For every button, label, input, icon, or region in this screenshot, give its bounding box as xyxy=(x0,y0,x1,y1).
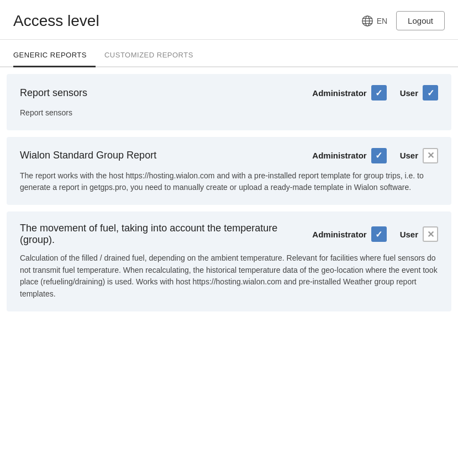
user-access-group: User ✓ xyxy=(400,85,438,101)
logout-button[interactable]: Logout xyxy=(396,11,445,30)
tabs-container: GENERIC REPORTS CUSTOMIZED REPORTS xyxy=(0,44,458,67)
admin-access-group: Administrator ✓ xyxy=(312,226,386,242)
x-icon: ✕ xyxy=(427,229,434,240)
admin-checkbox[interactable]: ✓ xyxy=(371,226,387,242)
admin-checkbox[interactable]: ✓ xyxy=(371,148,387,163)
checkmark-icon: ✓ xyxy=(427,88,434,98)
user-access-group: User ✕ xyxy=(400,148,438,163)
report-description: Calculation of the filled / drained fuel… xyxy=(20,252,438,300)
admin-access-group: Administrator ✓ xyxy=(312,148,386,163)
report-title: Wialon Standard Group Report xyxy=(20,150,312,161)
language-selector[interactable]: EN xyxy=(361,15,387,27)
report-header: Wialon Standard Group Report Administrat… xyxy=(20,148,438,163)
page-header: Access level EN Logout xyxy=(0,0,458,40)
report-description: The report works with the host https://h… xyxy=(20,170,438,194)
report-card-fuel-movement: The movement of fuel, taking into accoun… xyxy=(7,211,451,311)
user-label: User xyxy=(400,230,418,239)
access-controls: Administrator ✓ User ✕ xyxy=(312,148,438,163)
report-card-report-sensors: Report sensors Administrator ✓ User ✓ Re… xyxy=(7,74,451,130)
access-controls: Administrator ✓ User ✓ xyxy=(312,85,438,101)
user-checkbox[interactable]: ✕ xyxy=(423,148,438,163)
report-card-wialon-standard: Wialon Standard Group Report Administrat… xyxy=(7,137,451,205)
checkmark-icon: ✓ xyxy=(375,229,382,240)
user-checkbox[interactable]: ✕ xyxy=(423,226,438,242)
admin-label: Administrator xyxy=(312,230,366,239)
tab-generic-reports[interactable]: GENERIC REPORTS xyxy=(13,44,96,67)
user-label: User xyxy=(400,151,418,160)
header-actions: EN Logout xyxy=(361,11,445,30)
user-access-group: User ✕ xyxy=(400,226,438,242)
lang-label: EN xyxy=(377,17,387,25)
report-title: Report sensors xyxy=(20,87,312,99)
reports-list: Report sensors Administrator ✓ User ✓ Re… xyxy=(0,74,458,311)
admin-checkbox[interactable]: ✓ xyxy=(371,85,387,101)
globe-icon xyxy=(361,15,373,27)
user-label: User xyxy=(400,88,418,98)
admin-label: Administrator xyxy=(312,88,366,98)
report-description: Report sensors xyxy=(20,107,438,119)
tab-customized-reports[interactable]: CUSTOMIZED REPORTS xyxy=(96,44,202,67)
admin-label: Administrator xyxy=(312,151,366,160)
checkmark-icon: ✓ xyxy=(375,88,382,98)
admin-access-group: Administrator ✓ xyxy=(312,85,386,101)
checkmark-icon: ✓ xyxy=(375,150,382,161)
page-title: Access level xyxy=(13,12,99,30)
access-controls: Administrator ✓ User ✕ xyxy=(312,226,438,242)
x-icon: ✕ xyxy=(427,150,434,161)
report-header: The movement of fuel, taking into accoun… xyxy=(20,223,438,246)
report-title: The movement of fuel, taking into accoun… xyxy=(20,223,312,246)
user-checkbox[interactable]: ✓ xyxy=(423,85,438,101)
report-header: Report sensors Administrator ✓ User ✓ xyxy=(20,85,438,101)
